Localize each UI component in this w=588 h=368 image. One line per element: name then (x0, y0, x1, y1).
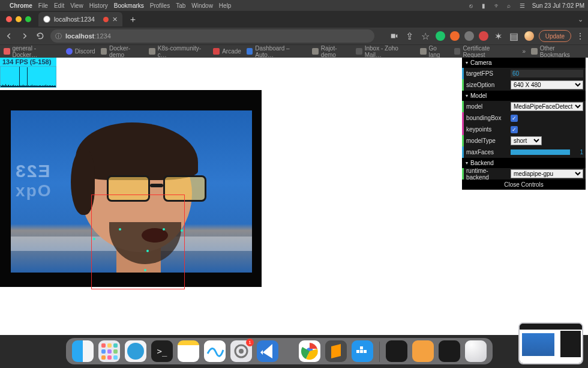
dock-minimized-window[interactable] (386, 340, 407, 362)
menubar-clock[interactable]: Sun 23 Jul 7:02 PM (532, 2, 584, 9)
extension-grammarly-icon[interactable] (436, 31, 445, 41)
menu-window[interactable]: Window (191, 2, 213, 9)
targetfps-input[interactable] (511, 70, 583, 77)
window-preview[interactable] (518, 322, 583, 364)
control-boundingbox: boundingBox ✓ (462, 112, 586, 124)
dock-chrome-icon[interactable] (299, 340, 320, 362)
update-button[interactable]: Update (539, 30, 571, 42)
menu-help[interactable]: Help (219, 2, 232, 9)
bookmark-item[interactable]: Docker-demo (101, 45, 144, 58)
bookmark-item[interactable]: general - Docker… (4, 45, 61, 58)
tab-list-button[interactable]: ⌄ (578, 16, 583, 23)
bookmark-item[interactable]: Arcade (213, 48, 241, 55)
wifi-icon[interactable]: ᯤ (494, 2, 501, 9)
dock-minimized-window[interactable] (412, 340, 434, 362)
maxfaces-slider[interactable] (511, 149, 570, 155)
mac-menubar: Chrome File Edit View History Bookmarks … (0, 0, 588, 11)
browser-toolbar: ⓘ localhost:1234 ⇪ ☆ ✶ ▤ Update ⋮ (0, 28, 588, 44)
dock-finder-icon[interactable] (72, 340, 94, 362)
svg-rect-8 (360, 346, 363, 349)
control-model: model MediaPipeFaceDetector (462, 101, 586, 112)
status-icon[interactable]: ⎋ (469, 2, 476, 9)
menu-profiles[interactable]: Profiles (150, 2, 170, 9)
svg-point-2 (239, 349, 244, 354)
search-icon[interactable]: ⌕ (507, 2, 514, 9)
share-icon[interactable]: ⇪ (404, 31, 415, 41)
menu-edit[interactable]: Edit (54, 2, 64, 9)
close-controls-button[interactable]: Close Controls (462, 179, 586, 190)
omnibox-path: :1234 (94, 32, 111, 40)
maxfaces-value: 1 (572, 149, 583, 155)
reload-button[interactable] (35, 31, 46, 41)
bookmark-item[interactable]: Rajot-demo (312, 45, 350, 58)
control-runtime-backend: runtime-backend mediapipe-gpu (462, 168, 586, 179)
menu-bookmarks[interactable]: Bookmarks (114, 2, 144, 9)
model-select[interactable]: MediaPipeFaceDetector (511, 102, 583, 111)
modeltype-select[interactable]: short (511, 136, 542, 145)
maximize-window-button[interactable] (25, 16, 31, 22)
new-tab-button[interactable]: ＋ (126, 13, 139, 26)
bookmarks-chevron-icon[interactable]: » (523, 48, 526, 55)
menubar-app[interactable]: Chrome (10, 2, 32, 9)
reading-list-icon[interactable]: ▤ (509, 31, 520, 41)
menu-file[interactable]: File (38, 2, 48, 9)
section-camera[interactable]: Camera (462, 58, 586, 68)
bookmark-star-icon[interactable]: ☆ (420, 31, 431, 41)
other-bookmarks-button[interactable]: Other Bookmarks (531, 45, 584, 58)
extension-red-icon[interactable] (479, 31, 488, 41)
fps-stats[interactable]: 134 FPS (5-158) (0, 58, 56, 88)
svg-rect-6 (360, 350, 363, 353)
dock-notes-icon[interactable] (178, 340, 199, 362)
menu-tab[interactable]: Tab (176, 2, 185, 9)
battery-icon[interactable]: ▮ (482, 2, 488, 9)
extension-grey-icon[interactable] (464, 31, 474, 41)
section-backend[interactable]: Backend (462, 158, 586, 168)
dock-terminal-icon[interactable]: >_ (151, 340, 173, 362)
profile-avatar-icon[interactable] (524, 31, 534, 41)
extension-orange-icon[interactable] (450, 31, 460, 41)
chrome-menu-button[interactable]: ⋮ (576, 31, 584, 41)
site-info-icon[interactable]: ⓘ (55, 32, 62, 41)
section-model[interactable]: Model (462, 91, 586, 101)
dock-vscode-icon[interactable] (257, 340, 278, 362)
bookmark-item[interactable]: Discord (66, 48, 95, 55)
bookmark-item[interactable]: K8s-community-c… (149, 45, 208, 58)
dock-docker-icon[interactable] (352, 340, 373, 362)
dock-minimized-window[interactable] (439, 340, 460, 362)
active-tab[interactable]: localhost:1234 ✕ (38, 12, 122, 26)
dock-safari-icon[interactable] (125, 340, 146, 362)
dock-settings-icon[interactable]: 1 (230, 340, 252, 362)
back-button[interactable] (4, 31, 14, 41)
bookmark-item[interactable]: Inbox - Zoho Mail… (356, 45, 415, 58)
recording-indicator-icon (103, 17, 109, 22)
bookmark-item[interactable]: Dashboard – Auto… (247, 45, 307, 58)
boundingbox-checkbox[interactable]: ✓ (511, 115, 518, 122)
runtime-select[interactable]: mediapipe-gpu (511, 169, 583, 178)
dock-trash-icon[interactable] (465, 340, 487, 362)
tab-title: localhost:1234 (54, 16, 95, 23)
dock-divider (379, 342, 380, 362)
omnibox-host: localhost (65, 32, 94, 40)
menu-history[interactable]: History (89, 2, 108, 9)
sizeoption-select[interactable]: 640 X 480 (511, 80, 583, 89)
dock-launchpad-icon[interactable] (98, 340, 120, 362)
svg-rect-7 (364, 350, 367, 353)
dock-freeform-icon[interactable] (204, 340, 226, 362)
tab-close-button[interactable]: ✕ (112, 16, 118, 23)
extensions-puzzle-icon[interactable]: ✶ (493, 31, 504, 41)
close-window-button[interactable] (6, 16, 12, 22)
control-center-icon[interactable]: ☰ (520, 2, 526, 9)
keypoints-checkbox[interactable]: ✓ (511, 126, 518, 133)
camera-indicator-icon[interactable] (389, 31, 400, 41)
forward-button[interactable] (19, 31, 30, 41)
dock-sublime-icon[interactable] (325, 340, 347, 362)
bookmark-favicon-icon (247, 48, 253, 55)
control-maxfaces: maxFaces 1 (462, 146, 586, 158)
minimize-window-button[interactable] (16, 16, 22, 22)
bookmark-item[interactable]: Certificate Request (454, 45, 512, 58)
menu-view[interactable]: View (70, 2, 83, 9)
omnibox[interactable]: ⓘ localhost:1234 (50, 29, 374, 43)
control-keypoints: keypoints ✓ (462, 124, 586, 135)
window-controls (6, 16, 31, 22)
bookmark-item[interactable]: Go lang (420, 45, 449, 58)
